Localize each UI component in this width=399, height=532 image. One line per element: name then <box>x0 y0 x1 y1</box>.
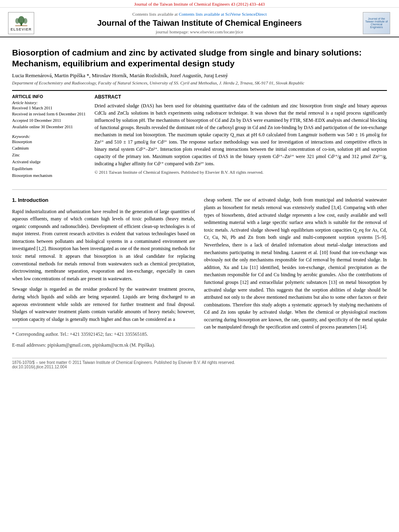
abstract-heading: ABSTRACT <box>95 94 387 100</box>
article-body: ARTICLE INFO Article history: Received 1… <box>12 90 387 183</box>
header-center: Contents lists available at Contents lis… <box>40 12 359 34</box>
keywords-section: Keywords: Biosorption Cadmium Zinc Activ… <box>12 134 86 179</box>
revised-date: Received in revised form 6 December 2011 <box>12 111 86 117</box>
footnote-area: * Corresponding author. Tel.: +421 33592… <box>12 328 195 349</box>
elsevier-wordmark: ELSEVIER <box>10 27 32 31</box>
journal-bar: Journal of the Taiwan Institute of Chemi… <box>0 0 399 8</box>
authors-text: Lucia Remenárová, Martin Pipíška *, Miro… <box>12 72 228 78</box>
journal-thumbnail: Journal of the Taiwan Institute of Chemi… <box>363 12 391 34</box>
available-date: Available online 30 December 2011 <box>12 124 86 130</box>
journal-bar-text: Journal of the Taiwan Institute of Chemi… <box>134 2 265 6</box>
abstract-area: ABSTRACT Dried activated sludge (DAS) ha… <box>95 94 387 183</box>
keywords-list: Biosorption Cadmium Zinc Activated sludg… <box>12 139 86 179</box>
thumbnail-label: Journal of the Taiwan Institute of Chemi… <box>364 17 389 29</box>
article-history: Article history: Received 1 March 2011 R… <box>12 101 86 130</box>
footnote-email: E-mail addresses: pipiskam@gmail.com, pi… <box>12 341 195 349</box>
svg-point-2 <box>15 18 19 24</box>
received-date: Received 1 March 2011 <box>12 105 86 111</box>
elsevier-tree-icon <box>13 14 29 27</box>
accepted-date: Accepted 10 December 2011 <box>12 117 86 124</box>
header-area: ELSEVIER Contents lists available at Con… <box>0 8 399 37</box>
footnote-corresponding: * Corresponding author. Tel.: +421 33592… <box>12 331 195 338</box>
keywords-label: Keywords: <box>12 134 86 139</box>
intro-para2: Sewage sludge is regarded as the residue… <box>12 286 195 323</box>
footer-issn: 1876-1070/$ – see front matter © 2011 Ta… <box>12 360 387 365</box>
affiliation: Department of Ecochemistry and Radioecol… <box>12 80 387 85</box>
sciverse-link[interactable]: Contents lists available at SciVerse Sci… <box>179 12 267 16</box>
intro-para1: Rapid industrialization and urbanization… <box>12 208 195 283</box>
body-col-left: 1. Introduction Rapid industrialization … <box>12 196 195 352</box>
footer-doi: doi:10.1016/j.jtice.2011.12.004 <box>12 365 387 369</box>
contents-line: Contents lists available at Contents lis… <box>40 12 359 16</box>
paper-title: Biosorption of cadmium and zinc by activ… <box>12 47 387 69</box>
body-columns: 1. Introduction Rapid industrialization … <box>12 196 387 352</box>
abstract-copyright: © 2011 Taiwan Institute of Chemical Engi… <box>95 170 387 175</box>
authors: Lucia Remenárová, Martin Pipíška *, Miro… <box>12 72 387 79</box>
section1-heading: 1. Introduction <box>12 196 195 204</box>
section-divider <box>12 189 387 190</box>
main-content: Biosorption of cadmium and zinc by activ… <box>0 37 399 377</box>
abstract-text: Dried activated sludge (DAS) has been us… <box>95 102 387 167</box>
history-label: Article history: <box>12 101 86 105</box>
svg-point-3 <box>23 18 27 24</box>
article-info: ARTICLE INFO Article history: Received 1… <box>12 94 86 183</box>
journal-title: Journal of the Taiwan Institute of Chemi… <box>40 18 359 28</box>
body-col-right: cheap sorbent. The use of activated slud… <box>204 196 387 352</box>
article-info-heading: ARTICLE INFO <box>12 94 86 99</box>
footer-bar: 1876-1070/$ – see front matter © 2011 Ta… <box>12 358 387 369</box>
journal-homepage: journal homepage: www.elsevier.com/locat… <box>40 29 359 34</box>
intro-para3: cheap sorbent. The use of activated slud… <box>204 196 387 331</box>
info-dates: Received 1 March 2011 Received in revise… <box>12 105 86 130</box>
elsevier-logo: ELSEVIER <box>8 12 36 34</box>
